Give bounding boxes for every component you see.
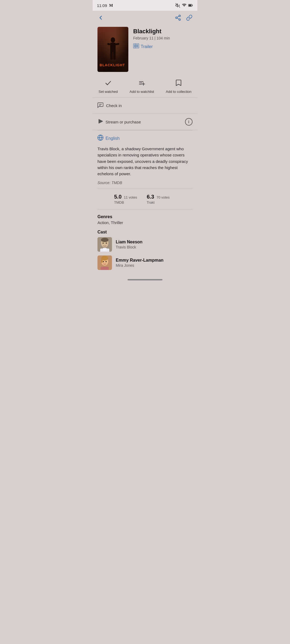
cast-avatar-emmy	[97, 255, 112, 270]
cast-info-emmy: Emmy Raver-Lampman Mira Jones	[116, 258, 164, 268]
checkin-icon	[97, 102, 103, 109]
checkin-label: Check in	[106, 103, 122, 108]
rating-tmdb: 5.0 11 votes TMDB	[114, 194, 137, 204]
home-indicator	[93, 275, 197, 283]
action-row: Set watched Add to watchlist Add to coll…	[93, 77, 197, 98]
svg-rect-38	[101, 267, 109, 270]
set-watched-button[interactable]: Set watched	[99, 79, 118, 94]
cast-role-emmy: Mira Jones	[116, 263, 164, 268]
svg-line-6	[177, 18, 179, 19]
trailer-icon	[133, 43, 139, 50]
cast-item-liam[interactable]: Liam Neeson Travis Block	[97, 237, 193, 252]
svg-rect-13	[113, 51, 115, 60]
home-bar	[128, 279, 162, 280]
cast-avatar-liam	[97, 237, 112, 252]
cast-role-liam: Travis Block	[116, 245, 143, 249]
gmail-icon: M	[109, 3, 113, 8]
trakt-score: 6.3	[147, 194, 154, 200]
svg-marker-25	[99, 119, 103, 123]
language-row[interactable]: English	[93, 130, 197, 145]
trailer-button[interactable]: Trailer	[133, 43, 153, 50]
tmdb-votes: 11 votes	[124, 195, 137, 199]
movie-hero: BLACKLIGHT Blacklight February 11 | 104 …	[93, 25, 197, 77]
wifi-icon	[182, 3, 187, 8]
add-to-collection-label: Add to collection	[166, 90, 191, 94]
svg-rect-37	[101, 258, 103, 263]
link-icon[interactable]	[186, 14, 193, 23]
genres-title: Genres	[97, 214, 193, 219]
svg-point-39	[103, 261, 104, 262]
back-button[interactable]	[97, 14, 104, 23]
svg-rect-2	[189, 5, 191, 6]
svg-point-32	[103, 243, 104, 244]
cast-name-liam: Liam Neeson	[116, 240, 143, 244]
add-to-collection-button[interactable]: Add to collection	[166, 79, 191, 94]
cast-item-emmy[interactable]: Emmy Raver-Lampman Mira Jones	[97, 255, 193, 270]
bookmark-icon	[176, 79, 182, 88]
svg-rect-15	[134, 44, 135, 47]
svg-point-8	[111, 37, 115, 43]
language-label: English	[106, 136, 119, 141]
share-icon[interactable]	[175, 14, 181, 23]
stream-purchase-row[interactable]: Stream or purchase i	[93, 114, 197, 130]
trakt-source: Trakt	[147, 200, 169, 204]
svg-point-33	[106, 243, 107, 244]
battery-icon	[188, 3, 193, 8]
stream-label: Stream or purchase	[106, 120, 182, 124]
poster-title: BLACKLIGHT	[100, 63, 125, 67]
cast-title: Cast	[97, 230, 193, 235]
watchlist-icon	[138, 79, 145, 88]
globe-icon	[97, 135, 103, 142]
movie-description: Travis Block, a shadowy Government agent…	[93, 145, 197, 181]
movie-info: Blacklight February 11 | 104 min Trailer	[133, 27, 193, 50]
movie-poster: BLACKLIGHT	[97, 27, 128, 72]
tmdb-source: TMDB	[114, 200, 137, 204]
info-button[interactable]: i	[185, 118, 193, 126]
check-in-row[interactable]: Check in	[93, 98, 197, 114]
cast-section: Cast Liam Neeson Travis Bloc	[93, 227, 197, 275]
status-bar: 11:09 M	[93, 0, 197, 11]
top-nav	[93, 11, 197, 25]
source-label: Source: TMDB	[93, 181, 197, 189]
status-icons	[175, 3, 193, 8]
ratings-row: 5.0 11 votes TMDB 6.3 70 votes Trakt	[93, 189, 197, 209]
poster-silhouette	[106, 37, 120, 64]
svg-rect-9	[110, 43, 115, 52]
movie-title: Blacklight	[133, 28, 193, 35]
add-to-watchlist-label: Add to watchlist	[130, 90, 154, 94]
svg-rect-12	[110, 51, 113, 60]
cast-info-liam: Liam Neeson Travis Block	[116, 240, 143, 249]
info-label: i	[188, 120, 189, 124]
mute-icon	[175, 3, 180, 8]
svg-rect-31	[103, 248, 107, 251]
movie-meta: February 11 | 104 min	[133, 36, 193, 40]
genres-value: Action, Thriller	[97, 220, 193, 225]
rating-trakt: 6.3 70 votes Trakt	[147, 194, 169, 204]
svg-point-40	[106, 261, 107, 262]
status-time: 11:09	[97, 3, 107, 8]
add-to-watchlist-button[interactable]: Add to watchlist	[130, 79, 154, 94]
set-watched-label: Set watched	[99, 90, 118, 94]
tmdb-score: 5.0	[114, 194, 122, 200]
cast-name-emmy: Emmy Raver-Lampman	[116, 258, 164, 263]
svg-rect-11	[115, 43, 119, 46]
play-icon	[97, 119, 103, 125]
svg-line-7	[177, 16, 179, 17]
svg-point-29	[101, 238, 108, 242]
svg-rect-16	[136, 44, 138, 47]
genres-section: Genres Action, Thriller	[93, 210, 197, 227]
trakt-votes: 70 votes	[157, 195, 170, 199]
svg-rect-10	[107, 43, 110, 45]
trailer-label: Trailer	[141, 44, 153, 49]
check-icon	[105, 79, 112, 88]
